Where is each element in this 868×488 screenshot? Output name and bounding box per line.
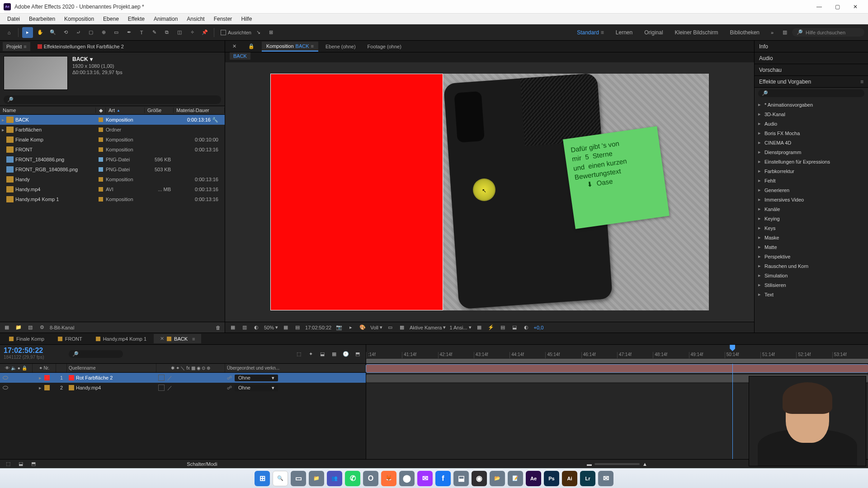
tl-btn-3-icon[interactable]: ⬓ [318, 350, 327, 359]
workspace-kleiner-bildschirm[interactable]: Kleiner Bildschirm [670, 28, 724, 38]
resolution-select[interactable]: Voll ▾ [370, 324, 382, 330]
project-row[interactable]: HandyKomposition0:00:13:16 [0, 174, 225, 184]
zoom-slider[interactable] [594, 463, 640, 465]
fx-category[interactable]: ▸Rauschen und Korn [755, 261, 868, 271]
menu-komposition[interactable]: Komposition [60, 14, 99, 23]
exposure-value[interactable]: +0,0 [534, 325, 544, 330]
alpha-icon[interactable]: ▦ [229, 324, 237, 332]
fx-category[interactable]: ▸Einstellungen für Expressions [755, 157, 868, 166]
selected-item-name[interactable]: BACK ▾ [72, 56, 123, 62]
pan-behind-tool-icon[interactable]: ⊕ [98, 27, 109, 38]
timeline-icon[interactable]: ▤ [499, 324, 507, 332]
timeline-tab[interactable]: ✕BACK≡ [154, 334, 201, 343]
comp-tab-ebene[interactable]: Ebene (ohne) [321, 42, 360, 51]
effects-search-input[interactable]: 🔎 [758, 89, 864, 97]
panel-audio[interactable]: Audio [755, 52, 868, 64]
current-time[interactable]: 17:02:50:22 [305, 325, 331, 330]
taskbar-obs-icon[interactable]: ◉ [472, 471, 487, 486]
taskbar-teams-icon[interactable]: 👥 [327, 471, 342, 486]
col-type[interactable]: Art ▲ [106, 108, 145, 113]
timeline-tab[interactable]: FRONT [52, 334, 89, 343]
col-duration[interactable]: Material-Dauer [174, 108, 225, 113]
fx-category[interactable]: ▸Keying [755, 214, 868, 223]
col-parent[interactable]: Übergeordnet und verkn... [225, 364, 366, 372]
bit-depth-label[interactable]: 8-Bit-Kanal [50, 325, 74, 330]
taskbar-ps-icon[interactable]: Ps [544, 471, 559, 486]
timeline-timecode[interactable]: 17:02:50:22 [4, 347, 61, 355]
taskbar-lr-icon[interactable]: Lr [580, 471, 595, 486]
tl-btn-5-icon[interactable]: 🕘 [341, 350, 350, 359]
project-row[interactable]: FRONTKomposition0:00:13:16 [0, 145, 225, 155]
channel-icon[interactable]: ▥ [241, 324, 249, 332]
timeline-search-input[interactable]: 🔎 [69, 350, 123, 358]
flowchart-icon[interactable]: ⬓ [510, 324, 519, 332]
fast-preview-icon[interactable]: ⚡ [487, 324, 495, 332]
hand-tool-icon[interactable]: ✋ [35, 27, 46, 38]
timeline-ruler[interactable]: :14f41:14f42:14f43:14f44:14f45:14f46:14f… [366, 345, 868, 364]
taskbar-search-icon[interactable]: 🔍 [273, 471, 288, 486]
fx-category[interactable]: ▸Farbkorrektur [755, 166, 868, 176]
close-button[interactable]: ✕ [846, 0, 864, 14]
guides-icon[interactable]: ▤ [293, 324, 302, 332]
eraser-tool-icon[interactable]: ◫ [174, 27, 185, 38]
project-row[interactable]: ▸BACKKomposition0:00:13:16 🔧 [0, 115, 225, 125]
project-row[interactable]: Handy.mp4 Komp 1Komposition0:00:13:16 [0, 194, 225, 204]
menu-effekte[interactable]: Effekte [123, 14, 149, 23]
home-icon[interactable]: ⌂ [4, 27, 14, 38]
menu-datei[interactable]: Datei [3, 14, 24, 23]
taskbar-opera-icon[interactable]: O [363, 471, 378, 486]
project-row[interactable]: ▸FarbflächenOrdner [0, 125, 225, 135]
taskbar-tasks-icon[interactable]: ▭ [291, 471, 306, 486]
panel-vorschau[interactable]: Vorschau [755, 64, 868, 76]
taskbar-notes-icon[interactable]: 📝 [508, 471, 523, 486]
tl-btn-2-icon[interactable]: ✦ [306, 350, 315, 359]
fx-category[interactable]: ▸Matte [755, 242, 868, 252]
taskbar-messenger-icon[interactable]: ✉ [417, 471, 433, 486]
settings-icon[interactable]: ⚙ [38, 324, 46, 332]
puppet-tool-icon[interactable]: 📌 [199, 27, 210, 38]
rotate-tool-icon[interactable]: ⤾ [73, 27, 84, 38]
pixel-ar-icon[interactable]: ▦ [475, 324, 483, 332]
show-snapshot-icon[interactable]: ▸ [347, 324, 355, 332]
orbit-tool-icon[interactable]: ⟲ [60, 27, 71, 38]
shy-icon[interactable]: ✦ [39, 366, 42, 371]
interpret-icon[interactable]: ▦ [3, 324, 11, 332]
zoom-tool-icon[interactable]: 🔍 [47, 27, 58, 38]
taskbar-facebook-icon[interactable]: f [435, 471, 451, 486]
fx-category[interactable]: ▸Boris FX Mocha [755, 128, 868, 138]
workspace-lernen[interactable]: Lernen [610, 28, 638, 38]
panel-menu-icon[interactable]: ≡ [860, 79, 863, 85]
menu-hilfe[interactable]: Hilfe [236, 14, 256, 23]
comp-tab-lock-icon[interactable]: 🔒 [244, 42, 259, 51]
taskbar-app2-icon[interactable]: ⬓ [453, 471, 469, 486]
switch-modes-label[interactable]: Schalter/Modi [42, 461, 363, 467]
snapshot-icon[interactable]: 📷 [335, 324, 343, 332]
fx-category[interactable]: ▸Immersives Video [755, 195, 868, 204]
color-mgmt-icon[interactable]: 🎨 [359, 324, 367, 332]
roto-tool-icon[interactable]: ✧ [187, 27, 198, 38]
fx-category[interactable]: ▸Generieren [755, 185, 868, 195]
project-row[interactable]: FRONT_1840886.pngPNG-Datei596 KB [0, 155, 225, 164]
snapping-icon[interactable]: ↘ [253, 27, 264, 38]
transparency-icon[interactable]: ▩ [398, 324, 406, 332]
taskbar-explorer-icon[interactable]: 📁 [309, 471, 324, 486]
timeline-tab[interactable]: Finale Komp [3, 334, 51, 343]
menu-fenster[interactable]: Fenster [209, 14, 237, 23]
mask-icon[interactable]: ◐ [252, 324, 260, 332]
col-quellenname[interactable]: Quellenname [67, 364, 156, 372]
minimize-button[interactable]: ― [810, 0, 828, 14]
comp-breadcrumb[interactable]: BACK [225, 52, 754, 62]
timeline-layer-row[interactable]: ▸1Rot Farbfläche 2／☍Ohne▾ [0, 373, 366, 383]
toggle-modes-icon[interactable]: ⬓ [16, 460, 25, 469]
exposure-reset-icon[interactable]: ◐ [522, 324, 530, 332]
taskbar-windows-icon[interactable]: ⊞ [255, 471, 270, 486]
panel-info[interactable]: Info [755, 41, 868, 52]
project-row[interactable]: Finale KompKomposition0:00:10:00 [0, 135, 225, 145]
help-search-input[interactable]: 🔎 Hilfe durchsuchen [792, 28, 864, 37]
project-row[interactable]: Handy.mp4AVI... MB0:00:13:16 [0, 184, 225, 194]
fx-category[interactable]: ▸Audio [755, 119, 868, 128]
workspace-overflow-icon[interactable]: » [767, 27, 778, 38]
fx-category[interactable]: ▸Maske [755, 233, 868, 242]
col-label-icon[interactable]: ◆ [96, 108, 106, 113]
workspace-panel-icon[interactable]: ▥ [779, 27, 790, 38]
